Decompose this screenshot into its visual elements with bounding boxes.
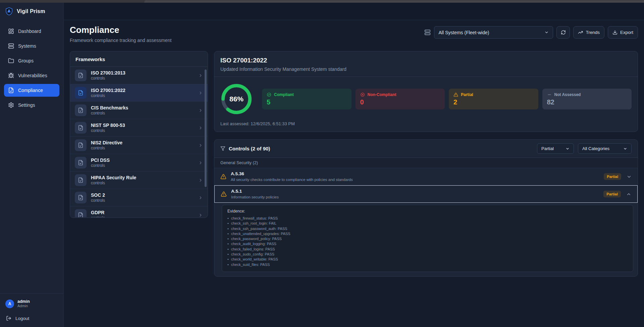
evidence-item: check_unattended_upgrades: PASS <box>227 231 628 236</box>
export-button[interactable]: Export <box>608 26 638 39</box>
trends-button[interactable]: Trends <box>573 26 604 39</box>
control-group-header: General Security (2) <box>214 158 638 168</box>
status-filter-select[interactable]: Partial <box>537 143 574 154</box>
evidence-label: Evidence: <box>227 209 628 214</box>
page-title: Compliance <box>70 25 171 35</box>
evidence-item: check_audit_logging: PASS <box>227 241 628 246</box>
control-description: Information security policies <box>231 195 279 199</box>
evidence-item: check_ssh_password_auth: PASS <box>227 226 628 231</box>
file-check-icon <box>8 87 14 93</box>
compliance-score-value: 86% <box>220 83 253 115</box>
summary-subtitle: Updated Information Security Management … <box>220 66 632 72</box>
framework-name: SOC 2 <box>91 192 105 198</box>
framework-subtitle: controls <box>91 76 125 81</box>
filter-icon <box>220 146 225 151</box>
framework-name: CIS Benchmarks <box>91 105 128 110</box>
framework-name: PCI DSS <box>91 157 110 163</box>
framework-subtitle: controls <box>91 111 128 116</box>
file-check-icon <box>75 69 87 81</box>
alert-triangle-icon <box>220 174 226 180</box>
stat-non-compliant: Non-Compliant 0 <box>356 89 445 109</box>
brand: Vigil Prism <box>0 3 63 20</box>
file-check-icon <box>75 157 87 169</box>
frameworks-scrollbar[interactable] <box>205 69 207 187</box>
server-icon <box>8 43 14 49</box>
framework-item-iso-27001-2013[interactable]: ISO 27001:2013 controls <box>70 67 208 84</box>
stat-partial: Partial 2 <box>449 89 538 109</box>
framework-item-nist-sp-800-53[interactable]: NIST SP 800-53 controls <box>70 119 208 137</box>
framework-name: NIS2 Directive <box>91 140 122 145</box>
controls-card: Controls (2 of 90) Partial All Categorie… <box>214 139 638 277</box>
file-check-icon <box>75 209 87 217</box>
top-band <box>64 3 644 20</box>
chevron-down-icon[interactable] <box>627 174 632 179</box>
chevron-right-icon <box>198 108 203 113</box>
sidebar-item-label: Compliance <box>18 88 43 93</box>
user-role: Admin <box>17 304 30 308</box>
file-check-icon <box>75 87 87 99</box>
system-selector-value: All Systems (Fleet-wide) <box>438 30 489 35</box>
sidebar-item-label: Systems <box>18 43 36 49</box>
control-description: All security checks contribute to compli… <box>231 177 353 182</box>
sidebar-item-label: Vulnerabilities <box>18 73 47 78</box>
gear-icon <box>8 102 14 108</box>
summary-title: ISO 27001:2022 <box>220 57 632 64</box>
framework-name: NIST SP 800-53 <box>91 123 125 128</box>
check-circle-icon <box>267 92 271 97</box>
chevron-right-icon <box>198 160 203 165</box>
sidebar-item-settings[interactable]: Settings <box>4 99 59 111</box>
stat-label: Non-Compliant <box>368 92 396 97</box>
system-selector[interactable]: All Systems (Fleet-wide) <box>434 26 553 39</box>
logout-icon <box>6 316 11 321</box>
framework-item-cis-benchmarks[interactable]: CIS Benchmarks controls <box>70 102 208 119</box>
alert-triangle-icon <box>221 191 227 197</box>
folder-icon <box>8 58 14 64</box>
status-badge: Partial <box>604 173 621 180</box>
logout-button[interactable]: Logout <box>5 316 58 321</box>
chevron-right-icon <box>198 178 203 183</box>
minus-icon <box>547 92 552 97</box>
framework-item-pci-dss[interactable]: PCI DSS controls <box>70 154 208 172</box>
framework-item-hipaa-security-rule[interactable]: HIPAA Security Rule controls <box>70 172 208 189</box>
framework-item-gdpr[interactable]: GDPR controls <box>70 206 208 217</box>
stat-value: 5 <box>267 98 347 106</box>
alert-triangle-icon <box>453 92 458 97</box>
framework-subtitle: controls <box>91 163 110 168</box>
stat-label: Partial <box>461 92 473 97</box>
sidebar-item-dashboard[interactable]: Dashboard <box>4 25 59 38</box>
chevron-right-icon <box>198 143 203 148</box>
download-icon <box>612 30 618 35</box>
framework-summary-card: ISO 27001:2022 Updated Information Secur… <box>214 51 638 132</box>
user-info: A admin Admin <box>5 299 58 308</box>
file-check-icon <box>75 174 87 186</box>
framework-name: ISO 27001:2022 <box>91 88 125 93</box>
browser-chrome-strip <box>0 0 644 3</box>
category-filter-select[interactable]: All Categories <box>578 143 632 154</box>
sidebar-item-groups[interactable]: Groups <box>4 54 59 67</box>
framework-item-soc-2[interactable]: SOC 2 controls <box>70 189 208 206</box>
frameworks-title: Frameworks <box>70 51 208 67</box>
framework-subtitle: controls <box>91 146 122 151</box>
stat-compliant: Compliant 5 <box>262 89 352 109</box>
evidence-item: check_suid_files: PASS <box>227 262 628 267</box>
evidence-item: check_failed_logins: PASS <box>227 247 628 252</box>
framework-name: HIPAA Security Rule <box>91 175 136 180</box>
sidebar-item-label: Dashboard <box>18 29 41 34</box>
framework-item-nis2-directive[interactable]: NIS2 Directive controls <box>70 137 208 154</box>
export-label: Export <box>620 30 633 35</box>
control-id: A.5.36 <box>231 171 353 177</box>
bug-icon <box>8 73 14 79</box>
control-row-a-5-1[interactable]: A.5.1 Information security policies Part… <box>214 185 638 203</box>
control-row-a-5-36[interactable]: A.5.36 All security checks contribute to… <box>214 168 638 185</box>
framework-name: ISO 27001:2013 <box>91 70 125 76</box>
evidence-item: check_firewall_status: PASS <box>227 216 628 221</box>
refresh-button[interactable] <box>556 26 570 39</box>
compliance-score-donut: 86% <box>220 83 253 115</box>
sidebar-footer: A admin Admin Logout <box>0 293 63 327</box>
sidebar-item-compliance[interactable]: Compliance <box>4 84 59 97</box>
chevron-up-icon[interactable] <box>626 192 631 197</box>
framework-item-iso-27001-2022[interactable]: ISO 27001:2022 controls <box>70 84 208 102</box>
refresh-icon <box>561 30 566 35</box>
sidebar-item-systems[interactable]: Systems <box>4 40 59 52</box>
sidebar-item-vulnerabilities[interactable]: Vulnerabilities <box>4 69 59 82</box>
